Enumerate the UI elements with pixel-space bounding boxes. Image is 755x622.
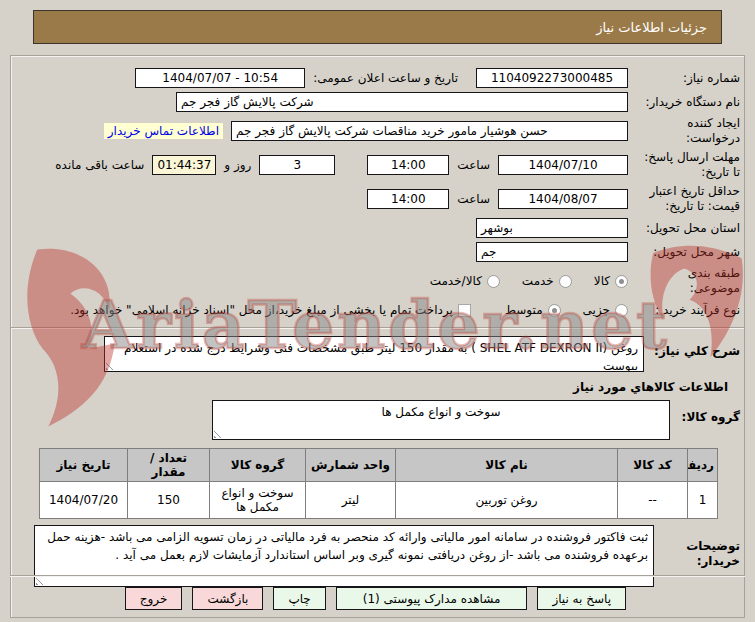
need-description-textarea[interactable]: روغن (SHEL ATF DEXRON II ) به مقدار 150 …	[104, 336, 644, 372]
back-button[interactable]: بازگشت	[192, 587, 263, 610]
countdown-field: 01:44:37	[152, 155, 216, 175]
creator-label: ایجاد کننده درخواست:	[628, 116, 740, 146]
deadline-time-field[interactable]: 14:00	[367, 155, 449, 175]
radio-process-minor-label: جزیی	[583, 303, 615, 317]
row-category: طبقه بندی موضوعی: کالا خدمت کالا/خدمت	[15, 266, 740, 296]
row-process-type: نوع فرآیند خرید : جزیی متوسط پرداخت تمام…	[15, 300, 740, 320]
buyer-org-value: شرکت پالایش گاز فجر جم	[181, 95, 314, 109]
col-item-code: کد کالا	[618, 449, 688, 482]
page-title: جزئیات اطلاعات نیاز	[33, 10, 722, 44]
creator-value: حسن هوشیار مامور خرید مناقصات شرکت پالای…	[236, 124, 548, 138]
validity-date-field[interactable]: 1404/08/07	[498, 189, 628, 209]
radio-process-medium-label: متوسط	[505, 303, 548, 317]
exit-button[interactable]: خروج	[125, 587, 183, 610]
buyer-notes-text: ثبت فاکتور فروشنده در سامانه امور مالیات…	[47, 530, 648, 562]
city-field[interactable]: جم	[476, 242, 628, 262]
goods-group-value: سوخت و انواع مکمل ها	[382, 405, 501, 419]
table-row: 1 -- روغن توربین لیتر سوخت و انواع مکمل …	[40, 482, 718, 519]
cell-need-date: 1404/07/20	[40, 482, 128, 519]
countdown-value: 01:44:37	[157, 158, 211, 172]
page-title-text: جزئیات اطلاعات نیاز	[596, 20, 707, 35]
col-unit: واحد شمارش	[306, 449, 396, 482]
announce-datetime-value: 1404/07/07 - 10:54	[162, 71, 278, 85]
goods-group-label: گروه کالا:	[670, 400, 740, 425]
view-attachments-button[interactable]: مشاهده مدارک پیوستی (1)	[336, 587, 528, 610]
cell-quantity: 150	[128, 482, 210, 519]
days-left-value: 3	[294, 158, 302, 172]
radio-category-service-label: خدمت	[522, 274, 559, 288]
cell-unit: لیتر	[306, 482, 396, 519]
validity-date-value: 1404/08/07	[528, 192, 597, 206]
process-type-label: نوع فرآیند خرید :	[628, 303, 740, 318]
deadline-date-field[interactable]: 1404/07/10	[498, 155, 628, 175]
cell-item-group: سوخت و انواع مکمل ها	[210, 482, 306, 519]
need-number-field[interactable]: 1104092273000485	[476, 68, 628, 88]
row-need-number: شماره نیاز: 1104092273000485 تاریخ و ساع…	[15, 68, 740, 88]
need-description-label: شرح كلي نياز:	[644, 336, 740, 359]
city-value: جم	[481, 245, 496, 259]
radio-category-goods-service[interactable]	[487, 275, 500, 288]
buyer-org-field[interactable]: شرکت پالایش گاز فجر جم	[176, 92, 628, 112]
row-buyer-org: نام دستگاه خریدار: شرکت پالایش گاز فجر ج…	[15, 92, 740, 112]
buttons-divider	[10, 575, 745, 577]
col-item-name: نام کالا	[396, 449, 618, 482]
validity-label: حداقل تاریخ اعتبار قیمت: تا تاریخ:	[628, 184, 740, 214]
days-left-field[interactable]: 3	[259, 155, 335, 175]
validity-time-field[interactable]: 14:00	[367, 189, 449, 209]
province-label: استان محل تحویل:	[628, 221, 740, 236]
section-divider	[11, 327, 744, 329]
buyer-org-label: نام دستگاه خریدار:	[628, 95, 740, 110]
radio-category-service[interactable]	[559, 275, 572, 288]
items-table-header-row: ردیف کد کالا نام کالا واحد شمارش گروه کا…	[40, 449, 718, 482]
buyer-notes-label: توضیحات خریدار:	[654, 525, 740, 569]
radio-category-goods-service-label: کالا/خدمت	[430, 274, 487, 288]
category-label: طبقه بندی موضوعی:	[628, 266, 740, 296]
radio-category-goods[interactable]	[615, 275, 628, 288]
buyer-notes-textarea[interactable]: ثبت فاکتور فروشنده در سامانه امور مالیات…	[34, 525, 654, 587]
deadline-time-value: 14:00	[391, 158, 426, 172]
cell-item-name: روغن توربین	[396, 482, 618, 519]
creator-field[interactable]: حسن هوشیار مامور خرید مناقصات شرکت پالای…	[231, 121, 628, 141]
deadline-date-value: 1404/07/10	[528, 158, 597, 172]
col-quantity: تعداد / مقدار	[128, 449, 210, 482]
row-need-description: شرح كلي نياز: روغن (SHEL ATF DEXRON II )…	[15, 336, 740, 372]
row-price-validity: حداقل تاریخ اعتبار قیمت: تا تاریخ: 1404/…	[15, 184, 740, 214]
need-number-label: شماره نیاز:	[628, 71, 740, 86]
respond-button[interactable]: پاسخ به نیاز	[537, 587, 626, 610]
col-item-group: گروه کالا	[210, 449, 306, 482]
col-row-number: ردیف	[688, 449, 718, 482]
validity-time-value: 14:00	[391, 192, 426, 206]
button-row: پاسخ به نیاز مشاهده مدارک پیوستی (1) چاپ…	[11, 587, 744, 610]
row-buyer-notes: توضیحات خریدار: ثبت فاکتور فروشنده در سا…	[15, 525, 740, 587]
cell-row-number: 1	[688, 482, 718, 519]
items-table: ردیف کد کالا نام کالا واحد شمارش گروه کا…	[39, 448, 718, 519]
radio-category-goods-label: کالا	[594, 274, 615, 288]
days-suffix-label: روز و	[216, 158, 259, 172]
resize-grip-icon[interactable]	[214, 431, 221, 438]
buyer-contact-link[interactable]: اطلاعات تماس خریدار	[104, 123, 223, 139]
goods-section-header: اطلاعات كالاهاي مورد نياز	[15, 378, 740, 396]
deadline-hour-label: ساعت	[449, 158, 498, 172]
row-goods-group: گروه کالا: سوخت و انواع مکمل ها	[15, 400, 740, 440]
goods-group-textarea[interactable]: سوخت و انواع مکمل ها	[212, 400, 670, 440]
row-creator: ایجاد کننده درخواست: حسن هوشیار مامور خر…	[15, 116, 740, 146]
treasury-checkbox[interactable]	[458, 304, 471, 317]
treasury-note-label: پرداخت تمام یا بخشی از مبلغ خرید،از محل …	[70, 303, 458, 317]
radio-process-minor[interactable]	[615, 304, 628, 317]
deadline-label: مهلت ارسال پاسخ: تا تاریخ:	[628, 150, 740, 180]
cell-item-code: --	[618, 482, 688, 519]
row-city: شهر محل تحویل: جم	[15, 242, 740, 262]
radio-process-medium[interactable]	[548, 304, 561, 317]
need-description-text: روغن (SHEL ATF DEXRON II ) به مقدار 150 …	[124, 341, 638, 372]
resize-grip-icon[interactable]	[106, 363, 113, 370]
resize-grip-icon[interactable]	[36, 578, 43, 585]
remaining-hours-label: ساعت باقی مانده	[47, 158, 152, 172]
need-details-panel: شماره نیاز: 1104092273000485 تاریخ و ساع…	[10, 55, 745, 618]
row-province: استان محل تحویل: بوشهر	[15, 218, 740, 238]
print-button[interactable]: چاپ	[273, 587, 325, 610]
province-field[interactable]: بوشهر	[476, 218, 628, 238]
province-value: بوشهر	[481, 221, 513, 235]
announce-datetime-field[interactable]: 1404/07/07 - 10:54	[135, 68, 305, 88]
row-deadline: مهلت ارسال پاسخ: تا تاریخ: 1404/07/10 سا…	[15, 150, 740, 180]
col-need-date: تاریخ نیاز	[40, 449, 128, 482]
